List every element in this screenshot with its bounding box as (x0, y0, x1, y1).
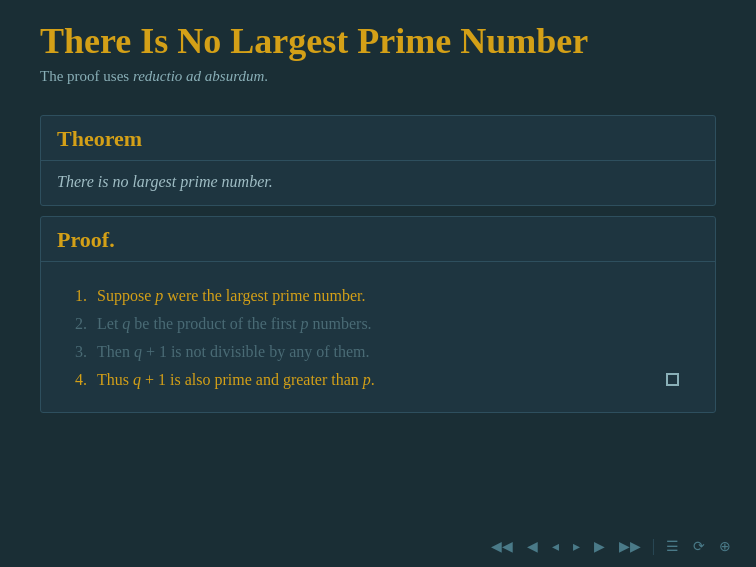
nav-menu-btn[interactable]: ☰ (661, 536, 684, 557)
slide-title: There Is No Largest Prime Number (40, 20, 716, 62)
proof-list: 1. Suppose p were the largest prime numb… (57, 274, 699, 398)
step-2-var-p: p (301, 315, 309, 332)
subtitle-prefix: The proof uses (40, 68, 133, 84)
nav-prev-btn[interactable]: ◀ (522, 536, 543, 557)
nav-first-btn[interactable]: ◀◀ (486, 536, 518, 557)
step-4-row: Thus q + 1 is also prime and greater tha… (97, 371, 699, 389)
step-4-var-q: q (133, 371, 141, 388)
proof-step-4: 4. Thus q + 1 is also prime and greater … (57, 366, 699, 394)
step-2-text: Let q be the product of the first p numb… (97, 315, 372, 333)
step-3-num: 3. (57, 343, 87, 361)
proof-step-2: 2. Let q be the product of the first p n… (57, 310, 699, 338)
step-2-num: 2. (57, 315, 87, 333)
nav-section-prev-btn[interactable]: ◂ (547, 536, 564, 557)
theorem-block: Theorem There is no largest prime number… (40, 115, 716, 206)
nav-zoom-btn[interactable]: ⊕ (714, 536, 736, 557)
qed-box (666, 373, 679, 386)
nav-separator-1: | (652, 537, 655, 555)
theorem-header: Theorem (41, 116, 715, 161)
subtitle-suffix: . (264, 68, 268, 84)
nav-last-btn[interactable]: ▶▶ (614, 536, 646, 557)
step-4-var-p: p (363, 371, 371, 388)
nav-bar: ◀◀ ◀ ◂ ▸ ▶ ▶▶ | ☰ ⟳ ⊕ (0, 525, 756, 567)
proof-step-1: 1. Suppose p were the largest prime numb… (57, 282, 699, 310)
step-4-num: 4. (57, 371, 87, 389)
theorem-text: There is no largest prime number. (57, 173, 699, 191)
proof-content: 1. Suppose p were the largest prime numb… (41, 262, 715, 412)
step-4-text: Thus q + 1 is also prime and greater tha… (97, 371, 658, 389)
nav-next-btn[interactable]: ▶ (589, 536, 610, 557)
proof-step-3: 3. Then q + 1 is not divisible by any of… (57, 338, 699, 366)
nav-search-btn[interactable]: ⟳ (688, 536, 710, 557)
proof-block: Proof. 1. Suppose p were the largest pri… (40, 216, 716, 413)
step-2-var-q: q (122, 315, 130, 332)
step-1-text: Suppose p were the largest prime number. (97, 287, 366, 305)
step-1-var-p: p (155, 287, 163, 304)
theorem-content: There is no largest prime number. (41, 161, 715, 205)
step-3-text: Then q + 1 is not divisible by any of th… (97, 343, 370, 361)
slide: There Is No Largest Prime Number The pro… (0, 0, 756, 567)
nav-section-next-btn[interactable]: ▸ (568, 536, 585, 557)
slide-subtitle: The proof uses reductio ad absurdum. (40, 68, 716, 85)
step-3-var-q: q (134, 343, 142, 360)
step-1-num: 1. (57, 287, 87, 305)
subtitle-italic: reductio ad absurdum (133, 68, 264, 84)
proof-header: Proof. (41, 217, 715, 262)
qed-wrapper (658, 371, 699, 389)
